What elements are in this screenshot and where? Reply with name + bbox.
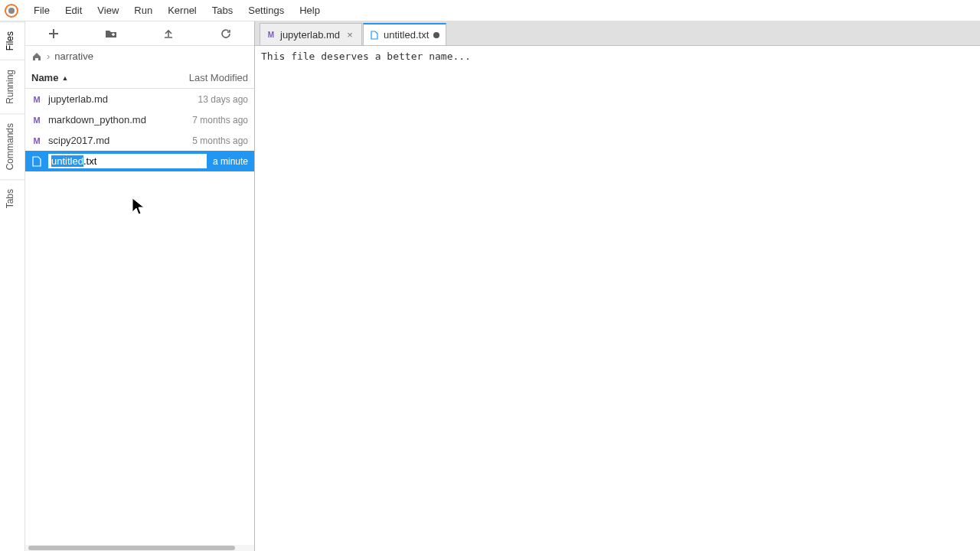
- dock-tab-label: jupyterlab.md: [280, 29, 340, 41]
- close-icon[interactable]: ×: [345, 29, 355, 40]
- file-list-header: Name ▲ Last Modified: [25, 67, 254, 89]
- sort-caret-icon: ▲: [61, 74, 68, 82]
- dock-tab-bar: M jupyterlab.md × untitled.txt: [255, 21, 980, 45]
- side-tab-files[interactable]: Files: [0, 21, 24, 60]
- file-name: scipy2017.md: [48, 135, 186, 146]
- dock-tab-label: untitled.txt: [384, 29, 429, 41]
- text-file-icon: [31, 156, 42, 167]
- file-modified: a minute: [213, 156, 248, 167]
- scrollbar-thumb[interactable]: [28, 546, 235, 550]
- menu-view[interactable]: View: [90, 2, 126, 19]
- side-tab-running[interactable]: Running: [0, 60, 24, 113]
- file-row[interactable]: M scipy2017.md 5 months ago: [25, 130, 254, 151]
- jupyter-logo: [5, 4, 18, 18]
- breadcrumb-separator: ›: [47, 51, 50, 62]
- file-name: markdown_python.md: [48, 114, 186, 126]
- menu-edit[interactable]: Edit: [57, 2, 90, 19]
- rename-input[interactable]: [48, 154, 207, 168]
- text-file-icon: [370, 31, 379, 40]
- text-editor[interactable]: This file deserves a better name...: [255, 45, 980, 551]
- file-modified: 5 months ago: [192, 135, 248, 146]
- file-row-selected[interactable]: a minute: [25, 151, 254, 171]
- file-modified: 7 months ago: [192, 115, 248, 126]
- menu-help[interactable]: Help: [292, 2, 328, 19]
- column-last-modified[interactable]: Last Modified: [189, 72, 248, 83]
- breadcrumb: › narrative: [25, 46, 254, 67]
- unsaved-indicator-icon: [433, 32, 439, 38]
- file-name: jupyterlab.md: [48, 93, 192, 105]
- markdown-icon: M: [31, 95, 42, 104]
- file-browser-scrollbar[interactable]: [25, 545, 254, 551]
- column-name[interactable]: Name ▲: [31, 72, 189, 83]
- menu-tabs[interactable]: Tabs: [204, 2, 240, 19]
- menu-settings[interactable]: Settings: [240, 2, 292, 19]
- markdown-icon: M: [31, 116, 42, 125]
- dock-tab[interactable]: M jupyterlab.md ×: [260, 23, 362, 45]
- file-row[interactable]: M markdown_python.md 7 months ago: [25, 109, 254, 130]
- menu-file[interactable]: File: [26, 2, 57, 19]
- side-tab-tabs[interactable]: Tabs: [0, 179, 24, 217]
- file-list: M jupyterlab.md 13 days ago M markdown_p…: [25, 89, 254, 545]
- breadcrumb-item[interactable]: narrative: [54, 51, 93, 62]
- side-tab-strip: Files Running Commands Tabs: [0, 21, 25, 551]
- markdown-icon: M: [31, 136, 42, 145]
- refresh-button[interactable]: [211, 23, 241, 44]
- file-browser-toolbar: [25, 21, 254, 46]
- file-browser: › narrative Name ▲ Last Modified M jupyt…: [25, 21, 255, 551]
- dock-tab-active[interactable]: untitled.txt: [363, 23, 446, 45]
- menu-kernel[interactable]: Kernel: [160, 2, 204, 19]
- menubar: File Edit View Run Kernel Tabs Settings …: [0, 0, 980, 21]
- menu-run[interactable]: Run: [126, 2, 160, 19]
- file-modified: 13 days ago: [198, 94, 248, 105]
- file-row[interactable]: M jupyterlab.md 13 days ago: [25, 89, 254, 109]
- new-launcher-button[interactable]: [38, 23, 69, 44]
- upload-button[interactable]: [153, 23, 184, 44]
- side-tab-commands[interactable]: Commands: [0, 113, 24, 179]
- new-folder-button[interactable]: [96, 23, 126, 44]
- home-icon[interactable]: [31, 51, 42, 62]
- dock-panel: M jupyterlab.md × untitled.txt This file…: [255, 21, 980, 551]
- markdown-icon: M: [266, 30, 276, 39]
